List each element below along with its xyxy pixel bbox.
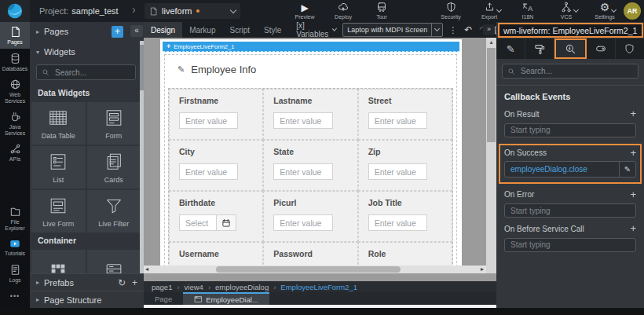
form-cell-picurl: Picurl	[263, 191, 357, 242]
widget-tile-grid-layout[interactable]	[31, 250, 86, 275]
page-selector[interactable]: liveform	[145, 3, 240, 19]
page-structure-accordion[interactable]: ▸ Page Structure	[30, 291, 144, 308]
widget-tile-layout-rows[interactable]	[87, 250, 141, 275]
scrollbar-thumb[interactable]	[487, 48, 496, 142]
widget-tile-live-form[interactable]: Live Form	[31, 190, 86, 233]
picurl-input[interactable]	[273, 214, 332, 231]
expand-panel-button[interactable]: »	[483, 24, 495, 35]
vcs-button[interactable]: VCS	[552, 2, 580, 20]
firstname-input[interactable]	[179, 112, 238, 129]
horizontal-scrollbar[interactable]: ◂ ▸	[144, 266, 486, 273]
kebab-menu-icon[interactable]: ⋮	[448, 25, 457, 35]
widgets-accordion[interactable]: ▾ Widgets	[30, 42, 144, 61]
nav-item-apis[interactable]: APIs	[0, 139, 30, 166]
on-result-input[interactable]	[504, 123, 636, 137]
more-options-icon[interactable]: •••	[0, 286, 30, 308]
add-prefab-button[interactable]: +	[132, 277, 137, 288]
lastname-input[interactable]	[273, 112, 332, 129]
shield-icon	[446, 2, 456, 13]
tour-button[interactable]: Tour	[368, 2, 396, 20]
street-input[interactable]	[368, 112, 427, 129]
undo-button[interactable]: ↶	[464, 25, 472, 35]
footer-tab-employee-dialog[interactable]: EmployeeDial...	[183, 292, 269, 305]
properties-search-input[interactable]	[519, 66, 633, 76]
scroll-up-icon[interactable]: ▴	[486, 38, 496, 47]
form-cell-lastname: Lastname	[263, 89, 357, 140]
nav-item-databases[interactable]: Databases	[0, 49, 30, 75]
caret-right-icon: ▸	[36, 279, 39, 286]
security-button[interactable]: Security	[437, 2, 465, 20]
tab-styles[interactable]	[525, 38, 554, 59]
device-selector[interactable]: Laptop with MDPI Screen	[342, 23, 443, 37]
project-prefix: Project:	[39, 6, 68, 16]
wavemaker-logo[interactable]	[0, 0, 30, 22]
nav-item-java-services[interactable]: Java Services	[0, 107, 30, 139]
export-icon	[485, 2, 495, 13]
prefabs-accordion[interactable]: ▸ Prefabs ↻ +	[30, 273, 144, 291]
play-icon: ▶	[301, 3, 308, 13]
scroll-left-icon[interactable]: ◂	[145, 266, 148, 273]
tab-script[interactable]: Script	[223, 22, 258, 38]
widget-tile-data-table[interactable]: Data Table	[31, 102, 86, 145]
live-form-widget[interactable]: ✎ Employee Info Firstname Lastname	[164, 54, 457, 273]
i18n-button[interactable]: A I18N	[514, 2, 542, 20]
tab-device[interactable]	[587, 38, 616, 59]
city-input[interactable]	[179, 163, 238, 180]
add-action-button[interactable]: +	[630, 224, 636, 233]
on-error-input[interactable]	[504, 203, 636, 218]
selected-widget-bar[interactable]: + EmployeeLiveForm2_1	[163, 42, 459, 52]
settings-button[interactable]: ⚙ Settings	[591, 2, 619, 20]
breadcrumb-current[interactable]: EmployeeLiveForm2_1	[280, 283, 357, 291]
breadcrumb-employee-dialog[interactable]: employeeDialog	[215, 283, 269, 291]
widget-tile-list[interactable]: List	[31, 146, 86, 189]
refresh-icon[interactable]: ↻	[118, 277, 126, 288]
birthdate-input[interactable]	[179, 214, 216, 231]
form-cell-street: Street	[358, 89, 452, 140]
widget-tile-form[interactable]: Form	[87, 102, 141, 145]
tab-style[interactable]: Style	[257, 22, 288, 38]
on-success-action-link[interactable]: employeeDialog.close	[505, 162, 619, 177]
zip-input[interactable]	[368, 163, 427, 180]
caret-down-icon: ▾	[36, 49, 39, 56]
deploy-button[interactable]: Deploy	[329, 2, 357, 20]
scrollbar-thumb[interactable]	[216, 266, 401, 273]
nav-item-logs[interactable]: Logs	[0, 260, 30, 287]
footer-tab-page[interactable]: Page	[144, 292, 183, 305]
tab-security[interactable]	[616, 38, 644, 59]
nav-item-pages[interactable]: Pages	[0, 22, 30, 49]
list-icon	[48, 152, 68, 172]
add-action-button[interactable]: +	[630, 190, 636, 200]
canvas-area: Design Markup Script Style [x] Variables…	[144, 22, 496, 308]
tab-events[interactable]	[554, 38, 586, 59]
tab-design[interactable]: Design	[144, 22, 182, 38]
collapse-panel-button[interactable]: «	[130, 25, 143, 37]
nav-item-web-services[interactable]: Web Services	[0, 75, 30, 107]
job-title-input[interactable]	[368, 214, 427, 231]
properties-panel-tabs: ✎	[496, 38, 644, 59]
variables-menu[interactable]: [x] Variables	[296, 21, 336, 38]
pencil-icon[interactable]: ✎	[177, 64, 185, 75]
export-button[interactable]: Export	[475, 2, 503, 20]
tab-markup[interactable]: Markup	[182, 22, 222, 38]
widget-tile-cards[interactable]: Cards	[87, 146, 141, 189]
scroll-right-icon[interactable]: ▸	[481, 266, 484, 273]
calendar-button[interactable]	[216, 214, 236, 231]
preview-button[interactable]: ▶ Preview	[291, 2, 319, 20]
nav-item-tutorials[interactable]: Tutorials	[0, 234, 30, 260]
on-before-service-call-input[interactable]	[504, 238, 636, 252]
add-action-button[interactable]: +	[630, 109, 636, 119]
form-cell-job-title: Job Title	[358, 191, 452, 242]
user-avatar[interactable]: AR	[624, 2, 641, 20]
vertical-scrollbar[interactable]: ▴	[486, 38, 496, 273]
edit-action-button[interactable]: ✎	[619, 162, 635, 177]
widget-search-input[interactable]	[53, 68, 130, 78]
widget-tile-live-filter[interactable]: Live Filter	[87, 190, 141, 233]
breadcrumb-view4[interactable]: view4	[185, 283, 203, 291]
add-action-button[interactable]: +	[630, 148, 636, 158]
nav-item-file-explorer[interactable]: File Explorer	[0, 202, 30, 234]
state-input[interactable]	[273, 163, 332, 180]
breadcrumb-page1[interactable]: page1	[152, 283, 172, 291]
pages-accordion[interactable]: ▸ Pages +	[30, 22, 144, 41]
add-page-button[interactable]: +	[112, 26, 123, 38]
tab-properties[interactable]: ✎	[496, 38, 525, 59]
